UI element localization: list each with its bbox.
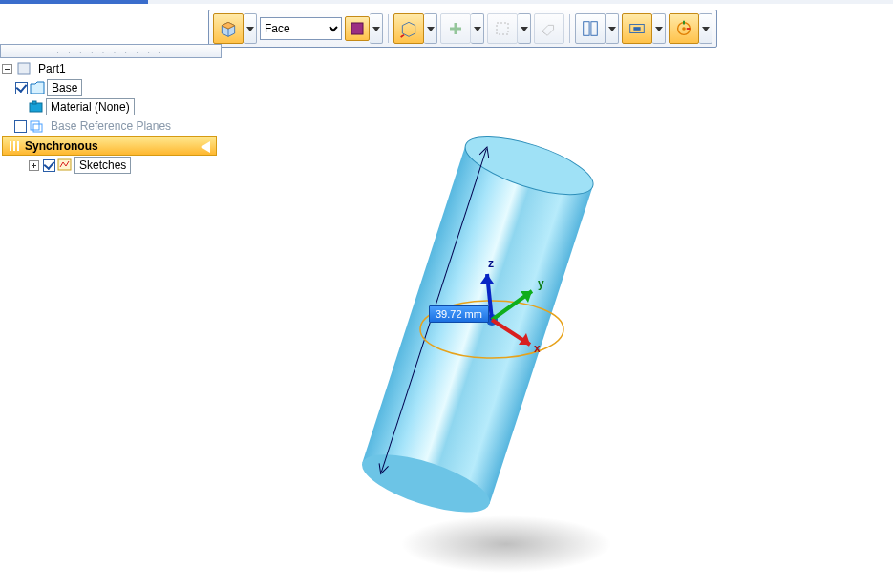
keypoint-dropdown[interactable] [606, 13, 619, 44]
dimension-value-badge[interactable]: 39.72 mm [429, 305, 489, 323]
cube-icon [219, 19, 238, 38]
tree-root-part[interactable]: Part1 [0, 59, 229, 78]
title-bar-accent [0, 0, 148, 4]
svg-rect-12 [591, 22, 597, 36]
x-axis-label: x [534, 342, 541, 355]
svg-point-6 [401, 36, 403, 38]
base-icon [30, 80, 45, 95]
graphics-viewport[interactable]: z y x [229, 57, 893, 588]
face-priority-icon [348, 19, 367, 38]
extent-icon [627, 19, 647, 38]
toolbar-separator [569, 14, 570, 43]
checkbox[interactable] [14, 120, 27, 133]
tree-label: Synchronous [25, 139, 98, 153]
keypoint-button[interactable] [575, 13, 606, 44]
svg-rect-3 [351, 23, 363, 34]
steering-wheel-button[interactable] [669, 13, 699, 44]
svg-rect-23 [31, 121, 39, 130]
tree-label: Base Reference Planes [46, 117, 176, 135]
svg-rect-11 [584, 22, 589, 36]
face-priority-dropdown[interactable] [370, 13, 383, 44]
synchronous-icon [7, 138, 22, 154]
selection-filter-select[interactable]: Face [260, 17, 342, 40]
tree-label: Sketches [74, 157, 131, 174]
expander-icon[interactable] [2, 64, 12, 74]
clear-selection-button [534, 13, 564, 44]
add-to-select-button [440, 13, 471, 44]
face-priority-button[interactable] [345, 16, 370, 41]
tree-node-ref-planes[interactable]: Base Reference Planes [0, 116, 229, 136]
expander-icon[interactable] [29, 160, 39, 171]
material-icon [29, 99, 44, 115]
selection-manager-icon [493, 19, 512, 38]
z-axis-label: z [488, 257, 494, 270]
design-intent-button[interactable] [393, 13, 424, 44]
clear-selection-icon [540, 19, 559, 38]
y-axis-label: y [538, 277, 544, 290]
pathfinder-tree: Part1 Base Material (None) Base Referenc… [0, 59, 229, 175]
keypoint-icon [581, 19, 600, 38]
add-to-select-dropdown[interactable] [471, 13, 484, 44]
tree-node-sketches[interactable]: Sketches [0, 156, 229, 175]
pathfinder-grip[interactable]: . . . . . . . . . . [0, 44, 222, 58]
svg-rect-9 [497, 23, 508, 34]
svg-marker-4 [402, 22, 415, 36]
svg-rect-14 [633, 27, 640, 31]
svg-rect-24 [33, 124, 42, 132]
ref-planes-icon [29, 118, 44, 134]
command-bar: Face [208, 10, 717, 48]
extent-button[interactable] [622, 13, 652, 44]
tree-label: Part1 [33, 60, 71, 77]
collapse-arrow-icon[interactable] [201, 141, 210, 153]
select-mode-button[interactable] [213, 13, 244, 44]
svg-rect-19 [18, 63, 30, 74]
tree-node-synchronous[interactable]: Synchronous [2, 136, 217, 156]
tree-label: Base [47, 79, 82, 96]
selection-manager-button [487, 13, 518, 44]
tree-node-base[interactable]: Base [0, 78, 229, 97]
svg-rect-22 [32, 101, 36, 104]
checkbox[interactable] [15, 82, 28, 94]
model-shadow [401, 515, 611, 573]
tree-node-material[interactable]: Material (None) [0, 97, 229, 116]
selection-manager-dropdown[interactable] [518, 13, 531, 44]
design-intent-icon [399, 19, 418, 38]
svg-point-16 [682, 27, 686, 31]
toolbar-separator [388, 14, 389, 43]
part-icon [16, 61, 32, 76]
checkbox[interactable] [43, 159, 55, 172]
plus-icon [446, 19, 465, 38]
design-intent-dropdown[interactable] [424, 13, 437, 44]
steering-wheel-icon [674, 19, 693, 38]
sketches-icon [57, 158, 73, 173]
svg-rect-29 [362, 145, 592, 504]
tree-label: Material (None) [46, 98, 135, 116]
steering-wheel-dropdown[interactable] [699, 13, 712, 44]
select-mode-dropdown[interactable] [244, 13, 257, 44]
title-bar-bg [148, 0, 893, 4]
extent-dropdown[interactable] [652, 13, 666, 44]
